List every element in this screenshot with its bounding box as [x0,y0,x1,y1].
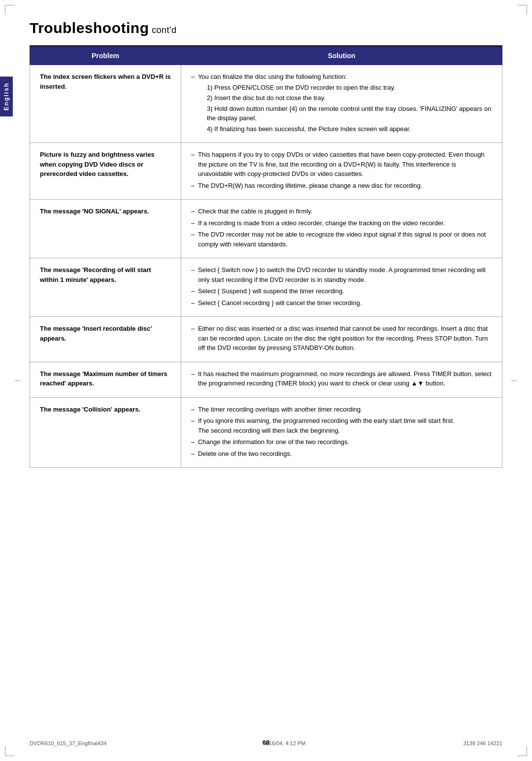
solution-item: The DVD recorder may not be able to reco… [191,230,492,249]
table-row: The message 'Insert recordable disc' app… [30,317,502,362]
table-row: Picture is fuzzy and brightness varies w… [30,143,502,200]
solution-item: Check that the cable is plugged in firml… [191,207,492,216]
solution-item: The DVD+R(W) has recording lifetime, ple… [191,181,492,191]
solution-item: If you ignore this warning, the programm… [191,416,492,435]
solution-item: Select { Cancel recording } will cancel … [191,298,492,308]
table-row: The index screen flickers when a DVD+R i… [30,65,502,143]
problem-cell: The message 'NO SIGNAL' appears. [30,200,181,258]
solution-item: You can finalize the disc using the foll… [191,72,492,134]
problem-cell: The message 'Collision' appears. [30,397,181,468]
solution-cell: The timer recording overlaps with anothe… [181,397,502,468]
solution-item: Change the information for one of the tw… [191,437,492,447]
solution-sub-item: 1) Press OPEN/CLOSE on the DVD recorder … [207,83,492,93]
solution-cell: Check that the cable is plugged in firml… [181,200,502,258]
title-main: Troubleshooting [30,20,149,36]
table-row: The message 'NO SIGNAL' appears.Check th… [30,200,502,258]
footer-left: DVDR610_615_37_Engfinal434 [30,740,107,746]
corner-mark-br [517,746,527,756]
corner-mark-bl [5,746,15,756]
troubleshoot-table: Problem Solution The index screen flicke… [30,46,502,468]
solution-cell: Either no disc was inserted or a disc wa… [181,317,502,362]
solution-item: If a recording is made from a video reco… [191,218,492,228]
corner-mark-tl [5,5,15,15]
problem-cell: The message 'Maximum number of timers re… [30,362,181,397]
solution-sub-item: 2) Insert the disc but do not close the … [207,93,492,103]
page-title: Troubleshooting cont'd [30,20,502,36]
solution-cell: It has reached the maximum programmed, n… [181,362,502,397]
solution-item: Either no disc was inserted or a disc wa… [191,324,492,353]
footer-right: 3139 246 14221 [463,740,502,746]
solution-cell: You can finalize the disc using the foll… [181,65,502,143]
page-number: 68 [263,739,269,746]
problem-cell: Picture is fuzzy and brightness varies w… [30,143,181,200]
col-header-problem: Problem [30,47,181,65]
solution-item: It has reached the maximum programmed, n… [191,369,492,388]
table-row: The message 'Collision' appears.The time… [30,397,502,468]
side-mark-right [511,380,517,381]
col-header-solution: Solution [181,47,502,65]
footer-date: 8/16/04, 4:12 PM [265,740,306,746]
table-row: The message 'Maximum number of timers re… [30,362,502,397]
problem-cell: The message 'Insert recordable disc' app… [30,317,181,362]
language-tab: English [0,76,13,116]
solution-sub-item: 3) Hold down button number {4} on the re… [207,104,492,123]
table-header-row: Problem Solution [30,47,502,65]
page-container: English Troubleshooting cont'd Problem S… [0,0,532,761]
solution-sub-item: 4) If finalizing has been successful, th… [207,124,492,134]
corner-mark-tr [517,5,527,15]
solution-item: The timer recording overlaps with anothe… [191,405,492,415]
solution-item: Select { Switch now } to switch the DVD … [191,265,492,284]
solution-item: Select { Suspend } will suspend the time… [191,286,492,296]
problem-cell: The index screen flickers when a DVD+R i… [30,65,181,143]
table-row: The message 'Recording of will start wit… [30,258,502,317]
side-mark-left [15,380,21,381]
solution-item: This happens if you try to copy DVDs or … [191,150,492,179]
problem-cell: The message 'Recording of will start wit… [30,258,181,317]
title-suffix: cont'd [149,25,176,35]
solution-cell: Select { Switch now } to switch the DVD … [181,258,502,317]
solution-cell: This happens if you try to copy DVDs or … [181,143,502,200]
solution-item: Delete one of the two recordings. [191,449,492,459]
